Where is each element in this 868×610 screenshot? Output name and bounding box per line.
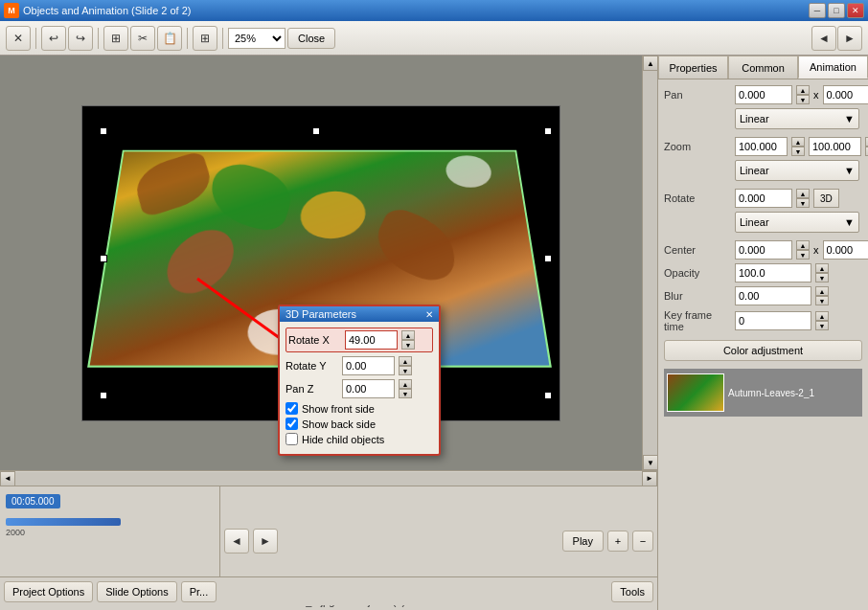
pan-z-label: Pan Z bbox=[286, 383, 338, 395]
play-button[interactable]: Play bbox=[562, 531, 604, 552]
tab-animation[interactable]: Animation bbox=[798, 56, 868, 79]
timeline-nav-back[interactable]: ◄ bbox=[224, 529, 249, 554]
center-x-input[interactable] bbox=[735, 240, 792, 260]
selection-handle-tl[interactable] bbox=[100, 127, 107, 135]
cut-button[interactable]: ✂ bbox=[130, 26, 155, 51]
show-front-label: Show front side bbox=[302, 403, 375, 415]
rotate-y-up[interactable]: ▲ bbox=[399, 356, 412, 366]
keyframe-down[interactable]: ▼ bbox=[815, 321, 829, 330]
blur-input[interactable] bbox=[735, 286, 811, 305]
redo-button[interactable]: ↪ bbox=[68, 26, 93, 51]
selection-handle-tr[interactable] bbox=[544, 127, 552, 135]
rotate-linear-dropdown[interactable]: Linear ▼ bbox=[735, 212, 859, 233]
horizontal-scrollbar[interactable]: ◄ ► bbox=[0, 470, 657, 486]
scroll-up-button[interactable]: ▲ bbox=[643, 56, 658, 71]
selection-handle-bl[interactable] bbox=[100, 392, 107, 399]
center-x-down[interactable]: ▼ bbox=[796, 250, 810, 260]
opacity-up[interactable]: ▲ bbox=[815, 263, 829, 273]
pan-x-input[interactable] bbox=[735, 85, 792, 104]
timeline-remove-button[interactable]: − bbox=[632, 531, 653, 552]
hide-children-checkbox[interactable] bbox=[286, 433, 298, 445]
tab-common[interactable]: Common bbox=[728, 56, 798, 79]
opacity-spinner[interactable]: ▲ ▼ bbox=[815, 263, 829, 282]
tools-button[interactable]: Tools bbox=[611, 581, 653, 602]
window-close-button[interactable]: ✕ bbox=[847, 3, 864, 18]
zoom-linear-dropdown[interactable]: Linear ▼ bbox=[735, 160, 859, 181]
blur-up[interactable]: ▲ bbox=[815, 286, 829, 296]
scroll-track-h[interactable] bbox=[15, 472, 642, 486]
pan-x-spinner[interactable]: ▲ ▼ bbox=[796, 85, 810, 104]
pan-x-down[interactable]: ▼ bbox=[796, 95, 810, 104]
zoom-x-up[interactable]: ▲ bbox=[791, 137, 805, 147]
rotate-y-down[interactable]: ▼ bbox=[399, 366, 412, 375]
keyframe-spinner[interactable]: ▲ ▼ bbox=[815, 311, 829, 330]
separator-3 bbox=[187, 28, 188, 49]
rotate-x-down[interactable]: ▼ bbox=[401, 340, 415, 350]
show-back-checkbox[interactable] bbox=[286, 418, 298, 430]
pan-y-input[interactable] bbox=[823, 85, 869, 104]
blur-down[interactable]: ▼ bbox=[815, 296, 829, 305]
show-front-checkbox[interactable] bbox=[286, 402, 298, 415]
zoom-select[interactable]: 25% 50% 100% bbox=[228, 28, 286, 49]
rotate-y-spinner[interactable]: ▲ ▼ bbox=[399, 356, 412, 375]
rotate-y-input[interactable] bbox=[342, 356, 395, 375]
pan-linear-dropdown[interactable]: Linear ▼ bbox=[735, 108, 859, 129]
grid-button[interactable]: ⊞ bbox=[193, 26, 217, 51]
scroll-down-button[interactable]: ▼ bbox=[643, 455, 658, 470]
pan-z-input[interactable] bbox=[342, 379, 395, 398]
close-project-button[interactable]: Close bbox=[287, 28, 335, 49]
selection-handle-mr[interactable] bbox=[544, 255, 552, 262]
rotate-x-spinner[interactable]: ▲ ▼ bbox=[401, 330, 415, 350]
paste-button[interactable]: 📋 bbox=[157, 26, 182, 51]
center-y-input[interactable] bbox=[823, 240, 869, 260]
maximize-button[interactable]: □ bbox=[828, 3, 845, 18]
pan-z-down[interactable]: ▼ bbox=[399, 389, 412, 398]
timeline-add-button[interactable]: + bbox=[607, 531, 628, 552]
popup-close-button[interactable]: ✕ bbox=[425, 309, 433, 320]
color-adjustment-button[interactable]: Color adjustment bbox=[664, 340, 862, 361]
minimize-button[interactable]: ─ bbox=[809, 3, 826, 18]
rotate-input[interactable] bbox=[735, 189, 792, 208]
rotate-spinner[interactable]: ▲ ▼ bbox=[796, 189, 810, 208]
keyframe-up[interactable]: ▲ bbox=[815, 311, 829, 321]
rotate-x-input[interactable]: 49.00 bbox=[345, 330, 398, 350]
selection-handle-tm[interactable] bbox=[312, 127, 320, 135]
rotate-up[interactable]: ▲ bbox=[796, 189, 810, 198]
project-options-button[interactable]: Project Options bbox=[4, 581, 93, 602]
copy-button[interactable]: ⊞ bbox=[103, 26, 128, 51]
scroll-left-button[interactable]: ◄ bbox=[0, 471, 15, 486]
slide-options-button[interactable]: Slide Options bbox=[97, 581, 176, 602]
center-x-up[interactable]: ▲ bbox=[796, 240, 810, 250]
vertical-scrollbar[interactable]: ▲ ▼ bbox=[642, 56, 657, 470]
opacity-input[interactable] bbox=[735, 263, 811, 282]
rotate-x-up[interactable]: ▲ bbox=[401, 330, 415, 340]
undo-button[interactable]: ↩ bbox=[41, 26, 66, 51]
delete-button[interactable]: ✕ bbox=[6, 26, 31, 51]
3d-button[interactable]: 3D bbox=[813, 189, 839, 208]
scroll-track-v[interactable] bbox=[643, 71, 657, 455]
timeline-nav-forward[interactable]: ► bbox=[253, 529, 278, 554]
tab-properties[interactable]: Properties bbox=[658, 56, 728, 79]
selection-handle-br[interactable] bbox=[544, 392, 552, 399]
zoom-y-input[interactable] bbox=[809, 137, 861, 156]
pan-x-up[interactable]: ▲ bbox=[796, 85, 810, 95]
title-bar-left: M Objects and Animation (Slide 2 of 2) bbox=[4, 3, 191, 18]
timeline-bar[interactable] bbox=[6, 518, 121, 526]
pan-z-up[interactable]: ▲ bbox=[399, 379, 412, 389]
pan-z-spinner[interactable]: ▲ ▼ bbox=[399, 379, 412, 398]
keyframe-input[interactable] bbox=[735, 311, 811, 330]
blur-spinner[interactable]: ▲ ▼ bbox=[815, 286, 829, 305]
pr-button[interactable]: Pr... bbox=[181, 581, 217, 602]
zoom-x-input[interactable] bbox=[735, 137, 788, 156]
nav-next-button[interactable]: ► bbox=[837, 26, 862, 51]
opacity-down[interactable]: ▼ bbox=[815, 273, 829, 282]
zoom-x-down[interactable]: ▼ bbox=[791, 147, 805, 156]
nav-prev-button[interactable]: ◄ bbox=[811, 26, 836, 51]
window-title: Objects and Animation (Slide 2 of 2) bbox=[23, 5, 191, 16]
zoom-x-spinner[interactable]: ▲ ▼ bbox=[791, 137, 805, 156]
window-controls[interactable]: ─ □ ✕ bbox=[809, 3, 864, 18]
selection-handle-ml[interactable] bbox=[100, 255, 107, 262]
center-x-spinner[interactable]: ▲ ▼ bbox=[796, 240, 810, 260]
rotate-down[interactable]: ▼ bbox=[796, 198, 810, 208]
scroll-right-button[interactable]: ► bbox=[642, 471, 657, 486]
